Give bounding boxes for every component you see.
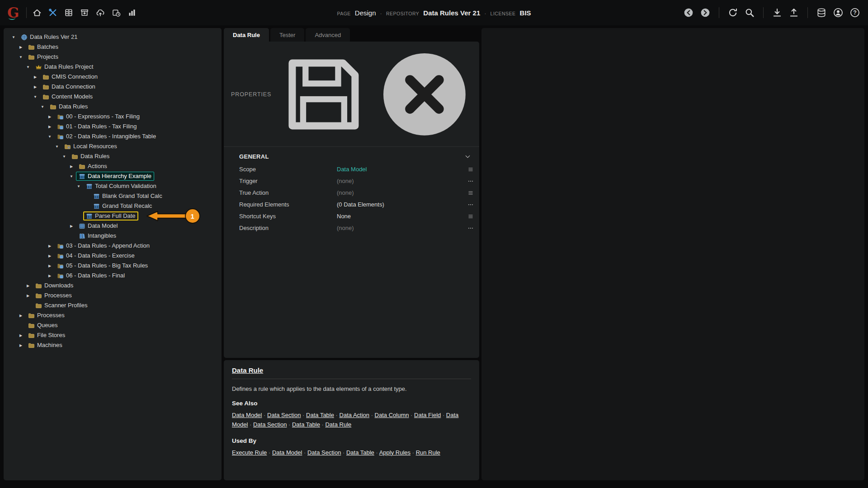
tree-item-body[interactable]: Blank Grand Total Calc (90, 192, 165, 201)
tree-item-processes[interactable]: ▶Processes (4, 310, 222, 320)
ellipsis-action-button[interactable] (462, 201, 479, 208)
property-value[interactable]: (0 Data Elements) (337, 201, 462, 208)
tree-item-06-data-rules-final[interactable]: ▶06 - Data Rules - Final (4, 271, 222, 281)
property-row-scope[interactable]: ScopeData Model (224, 164, 479, 175)
tree-item-intangibles[interactable]: Intangibles (4, 231, 222, 241)
tab-data-rule[interactable]: Data Rule (224, 28, 269, 42)
account-button[interactable] (831, 6, 845, 19)
tree-item-05-data-rules-big-tax-rules[interactable]: ▶05 - Data Rules - Big Tax Rules (4, 261, 222, 271)
scheduled-tasks-button[interactable] (109, 6, 123, 19)
expand-arrow-icon[interactable]: ▶ (45, 254, 54, 258)
page-value[interactable]: Design (355, 9, 376, 17)
tree-item-actions[interactable]: ▶Actions (4, 161, 222, 171)
help-link-data-field[interactable]: Data Field (414, 412, 441, 418)
batches-button[interactable] (62, 6, 75, 19)
tree-item-body[interactable]: Actions (76, 162, 110, 171)
help-link-data-action[interactable]: Data Action (340, 412, 370, 418)
expand-arrow-icon[interactable]: ▶ (16, 314, 25, 318)
tree-item-body[interactable]: Content Models (40, 92, 95, 101)
expand-arrow-icon[interactable]: ▶ (16, 45, 25, 49)
tree-item-body[interactable]: File Stores (25, 331, 68, 340)
tree-item-processes[interactable]: ▶Processes (4, 291, 222, 300)
save-properties-button[interactable] (275, 46, 372, 143)
property-row-true-action[interactable]: True Action(none) (224, 187, 479, 199)
download-button[interactable] (770, 6, 784, 19)
tree-item-03-data-rules-append-action[interactable]: ▶03 - Data Rules - Append Action (4, 241, 222, 251)
tree-item-batches[interactable]: ▶Batches (4, 42, 222, 52)
collapse-arrow-icon[interactable]: ▼ (52, 145, 61, 149)
tree-item-body[interactable]: Downloads (33, 281, 76, 290)
database-button[interactable] (815, 6, 828, 19)
tree-item-body[interactable]: Processes (33, 291, 75, 300)
tree-item-data-rules[interactable]: ▼Data Rules (4, 151, 222, 161)
tree-item-00-expressions-tax-filing[interactable]: ▶00 - Expressions - Tax Filing (4, 112, 222, 122)
cloud-upload-button[interactable] (94, 6, 107, 19)
tree-item-body[interactable]: Batches (25, 42, 61, 52)
help-link-data-section[interactable]: Data Section (307, 449, 341, 456)
tree-item-scanner-profiles[interactable]: Scanner Profiles (4, 300, 222, 310)
tree-item-queues[interactable]: Queues (4, 320, 222, 330)
tree-item-body[interactable]: Processes (25, 311, 67, 320)
tree-item-body[interactable]: 06 - Data Rules - Final (54, 271, 127, 280)
tree-item-body[interactable]: Data Rules Ver 21 (18, 33, 80, 42)
tree-item-data-rules-project[interactable]: ▼Data Rules Project (4, 62, 222, 72)
menu-action-button[interactable] (462, 189, 479, 197)
help-link-data-section[interactable]: Data Section (267, 412, 301, 418)
expand-arrow-icon[interactable]: ▶ (67, 224, 76, 228)
tab-tester[interactable]: Tester (270, 28, 304, 42)
help-link-data-table[interactable]: Data Table (306, 412, 334, 418)
property-value[interactable]: (none) (337, 189, 462, 196)
search-button[interactable] (743, 6, 756, 19)
tree-item-file-stores[interactable]: ▶File Stores (4, 330, 222, 340)
close-properties-button[interactable] (376, 46, 473, 143)
tree-item-projects[interactable]: ▼Projects (4, 52, 222, 62)
chevron-down-icon[interactable] (464, 153, 471, 160)
collapse-arrow-icon[interactable]: ▼ (16, 55, 25, 59)
help-link-apply-rules[interactable]: Apply Rules (379, 449, 410, 456)
collapse-arrow-icon[interactable]: ▼ (38, 105, 47, 109)
repository-value[interactable]: Data Rules Ver 21 (423, 9, 480, 17)
help-link-data-model[interactable]: Data Model (232, 412, 262, 418)
tree-item-body[interactable]: Local Resources (61, 142, 120, 151)
expand-arrow-icon[interactable]: ▶ (45, 274, 54, 278)
tree-item-body[interactable]: Data Connection (40, 82, 98, 91)
expand-arrow-icon[interactable]: ▶ (45, 244, 54, 248)
tree-item-body[interactable]: Queues (25, 321, 61, 330)
help-link-data-model[interactable]: Data Model (272, 449, 302, 456)
tree-item-content-models[interactable]: ▼Content Models (4, 92, 222, 102)
property-row-shortcut-keys[interactable]: Shortcut KeysNone (224, 211, 479, 222)
home-button[interactable] (30, 6, 44, 19)
collapse-arrow-icon[interactable]: ▼ (31, 95, 40, 99)
tree-item-data-rules[interactable]: ▼Data Rules (4, 102, 222, 112)
help-button[interactable]: ? (848, 6, 862, 19)
tree-item-total-column-validation[interactable]: ▼Total Column Validation (4, 181, 222, 191)
help-link-data-table[interactable]: Data Table (346, 449, 374, 456)
upload-button[interactable] (787, 6, 801, 19)
tree-item-02-data-rules-intangibles-table[interactable]: ▼02 - Data Rules - Intangibles Table (4, 131, 222, 141)
property-value[interactable]: None (337, 213, 462, 220)
tree-item-machines[interactable]: ▶Machines (4, 340, 222, 350)
tree-item-data-rules-ver-21[interactable]: ▼Data Rules Ver 21 (4, 32, 222, 42)
property-value[interactable]: (none) (337, 178, 462, 184)
tree-item-data-hierarchy-example[interactable]: ▼Data Hierarchy Example (4, 171, 222, 181)
tree-item-body[interactable]: 00 - Expressions - Tax Filing (54, 112, 142, 121)
property-row-description[interactable]: Description(none) (224, 222, 479, 234)
property-row-required-elements[interactable]: Required Elements(0 Data Elements) (224, 199, 479, 211)
collapse-arrow-icon[interactable]: ▼ (24, 65, 33, 69)
back-button[interactable] (682, 6, 695, 19)
tree-item-body[interactable]: Total Column Validation (83, 182, 159, 191)
tree-item-body[interactable]: Data Rules Project (33, 62, 96, 71)
tree-item-body[interactable]: Data Hierarchy Example (76, 172, 154, 181)
menu-action-button[interactable] (462, 166, 479, 173)
tree-item-04-data-rules-exercise[interactable]: ▶04 - Data Rules - Exercise (4, 251, 222, 261)
collapse-arrow-icon[interactable]: ▼ (45, 135, 54, 139)
stats-button[interactable] (125, 6, 139, 19)
tree-item-body[interactable]: Scanner Profiles (33, 301, 90, 310)
expand-arrow-icon[interactable]: ▶ (16, 333, 25, 338)
collapse-arrow-icon[interactable]: ▼ (60, 155, 69, 159)
collapse-arrow-icon[interactable]: ▼ (74, 184, 83, 188)
collapse-arrow-icon[interactable]: ▼ (9, 35, 18, 39)
grooper-logo[interactable]: G (7, 6, 19, 20)
expand-arrow-icon[interactable]: ▶ (67, 164, 76, 169)
ellipsis-action-button[interactable] (462, 178, 479, 185)
